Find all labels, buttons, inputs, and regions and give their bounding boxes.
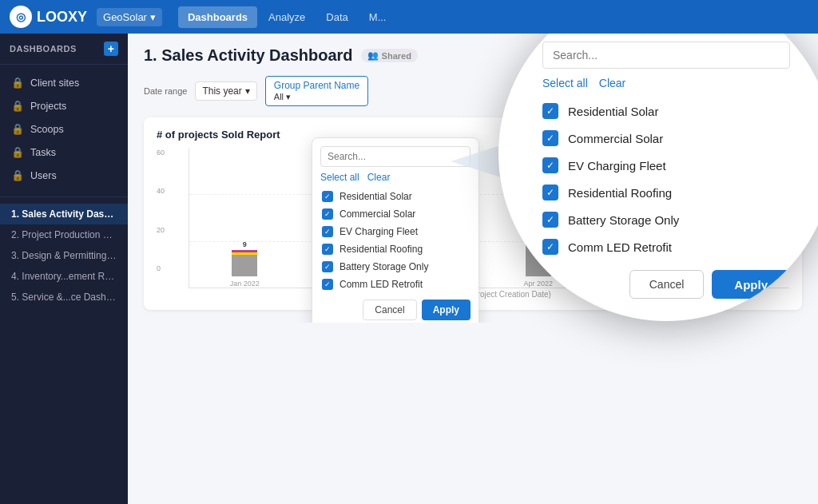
list-item[interactable]: ✓ EV Charging Fleet: [320, 223, 471, 240]
sidebar-item-client-sites[interactable]: 🔒 Client sites: [0, 71, 128, 94]
tab-more[interactable]: M...: [359, 6, 396, 28]
group-parent-filter-button[interactable]: Group Parent Name All ▾: [265, 76, 368, 106]
zoom-checkbox[interactable]: ✓: [542, 103, 558, 119]
nav-tabs: Dashboards Analyze Data M...: [178, 6, 396, 28]
content-wrapper: 1. Sales Activity Dashboard 👥 Shared Dat…: [128, 34, 818, 504]
y-tick: 0: [157, 264, 181, 272]
checkbox-ev-charging[interactable]: ✓: [322, 226, 333, 237]
zoom-cancel-button[interactable]: Cancel: [629, 270, 705, 299]
item-label: Residential Solar: [340, 191, 412, 202]
sidebar-item-projects[interactable]: 🔒 Projects: [0, 94, 128, 117]
checkbox-residential-roofing[interactable]: ✓: [322, 244, 333, 255]
zoom-checkbox[interactable]: ✓: [542, 185, 558, 200]
sidebar-dash-item-4[interactable]: 4. Inventory...ement Report: [0, 266, 128, 287]
zoom-checkbox[interactable]: ✓: [542, 130, 558, 146]
org-name: GeoSolar: [103, 11, 147, 23]
org-selector[interactable]: GeoSolar ▾: [97, 8, 162, 26]
sidebar-header: DASHBOARDS +: [0, 34, 128, 65]
zoom-checkbox[interactable]: ✓: [542, 239, 558, 255]
zoom-list-item[interactable]: ✓ Comm LED Retrofit: [542, 233, 790, 260]
filter-label-text: Group Parent Name: [274, 80, 359, 91]
sidebar-dash-item-5[interactable]: 5. Service &...ce Dashboard: [0, 287, 128, 308]
sidebar: DASHBOARDS + 🔒 Client sites 🔒 Projects 🔒…: [0, 34, 128, 504]
list-item[interactable]: ✓ Comm LED Retrofit: [320, 276, 471, 293]
zoom-list-item[interactable]: ✓ Battery Storage Only: [542, 206, 790, 233]
list-item[interactable]: ✓ Residential Solar: [320, 188, 471, 205]
y-axis: 0 20 40 60: [157, 149, 181, 272]
logo-icon: ◎: [10, 6, 32, 28]
zoom-select-all-link[interactable]: Select all: [542, 77, 588, 89]
small-apply-button[interactable]: Apply: [422, 300, 471, 320]
lock-icon: 🔒: [11, 77, 24, 89]
sidebar-dashboard-list: 1. Sales Activity Dashboard 2. Project P…: [0, 200, 128, 311]
sidebar-item-label: Scoops: [30, 124, 64, 135]
sidebar-item-label: Users: [30, 170, 57, 181]
lock-icon: 🔒: [11, 100, 24, 112]
zoom-checkbox[interactable]: ✓: [542, 212, 558, 228]
item-label: Commercial Solar: [340, 208, 415, 220]
sidebar-dash-item-2[interactable]: 2. Project Production Report: [0, 224, 128, 245]
sidebar-add-button[interactable]: +: [104, 42, 118, 56]
list-item[interactable]: ✓ Battery Storage Only: [320, 258, 471, 276]
shared-label: Shared: [382, 51, 411, 61]
zoom-search-input[interactable]: [542, 42, 790, 69]
zoom-item-label: Battery Storage Only: [568, 213, 679, 227]
zoom-checkbox[interactable]: ✓: [542, 157, 558, 173]
tab-data[interactable]: Data: [316, 6, 357, 28]
top-nav: ◎ LOOXY GeoSolar ▾ Dashboards Analyze Da…: [0, 0, 818, 34]
zoom-item-label: Residential Solar: [568, 105, 658, 118]
zoom-clear-link[interactable]: Clear: [599, 77, 625, 89]
date-range-value: This year: [202, 85, 241, 97]
checkbox-residential-solar[interactable]: ✓: [322, 191, 333, 202]
bar-month: Jan 2022: [230, 280, 260, 288]
sidebar-item-label: Projects: [30, 101, 66, 112]
sidebar-title: DASHBOARDS: [10, 44, 77, 54]
small-cancel-button[interactable]: Cancel: [363, 300, 416, 320]
item-label: Comm LED Retrofit: [340, 279, 423, 290]
zoom-buttons: Cancel Apply: [542, 270, 790, 299]
logo-text: LOOXY: [37, 9, 87, 26]
bar-group-jan: 9 Jan 2022: [199, 240, 291, 288]
sidebar-nav: 🔒 Client sites 🔒 Projects 🔒 Scoops 🔒 Tas…: [0, 65, 128, 193]
y-tick: 40: [157, 187, 181, 195]
stacked-bar[interactable]: [232, 250, 257, 276]
zoom-item-label: Comm LED Retrofit: [568, 240, 672, 254]
tab-dashboards[interactable]: Dashboards: [178, 6, 257, 28]
zoom-list-item[interactable]: ✓ Residential Roofing: [542, 179, 790, 206]
share-icon: 👥: [367, 50, 379, 61]
checkbox-comm-led[interactable]: ✓: [322, 279, 333, 290]
small-dropdown-buttons: Cancel Apply: [320, 300, 471, 320]
sidebar-item-scoops[interactable]: 🔒 Scoops: [0, 117, 128, 141]
list-item[interactable]: ✓ Residential Roofing: [320, 240, 471, 258]
date-range-select[interactable]: This year ▾: [195, 81, 256, 101]
zoom-list-item[interactable]: ✓ EV Charging Fleet: [542, 152, 790, 179]
checkbox-battery-storage[interactable]: ✓: [322, 261, 333, 272]
item-label: Battery Storage Only: [340, 261, 428, 272]
list-item[interactable]: ✓ Commercial Solar: [320, 205, 471, 223]
sidebar-item-tasks[interactable]: 🔒 Tasks: [0, 141, 128, 164]
page-title: 1. Sales Activity Dashboard: [144, 46, 353, 65]
sidebar-dash-item-3[interactable]: 3. Design & Permitting Report: [0, 245, 128, 266]
sidebar-item-users[interactable]: 🔒 Users: [0, 164, 128, 187]
clear-link[interactable]: Clear: [367, 172, 391, 183]
sidebar-item-label: Client sites: [30, 77, 79, 89]
bar-month: Apr 2022: [523, 280, 553, 288]
y-tick: 60: [157, 149, 181, 157]
small-dropdown-search[interactable]: [320, 146, 471, 167]
shared-badge: 👥 Shared: [361, 49, 418, 62]
select-all-link[interactable]: Select all: [320, 172, 359, 183]
zoom-list-item[interactable]: ✓ Residential Solar: [542, 97, 790, 125]
tab-analyze[interactable]: Analyze: [259, 6, 315, 28]
item-label: Residential Roofing: [340, 244, 423, 255]
small-dropdown-actions: Select all Clear: [320, 172, 471, 183]
lock-icon: 🔒: [11, 123, 24, 135]
y-tick: 20: [157, 226, 181, 234]
item-label: EV Charging Fleet: [340, 226, 418, 237]
chevron-down-icon: ▾: [150, 11, 156, 23]
sidebar-dash-item-1[interactable]: 1. Sales Activity Dashboard: [0, 204, 128, 224]
zoom-actions: Select all Clear: [542, 77, 790, 89]
lock-icon: 🔒: [11, 146, 24, 158]
zoom-list-item[interactable]: ✓ Commercial Solar: [542, 125, 790, 152]
sidebar-item-label: Tasks: [30, 147, 56, 158]
checkbox-commercial-solar[interactable]: ✓: [322, 208, 333, 220]
